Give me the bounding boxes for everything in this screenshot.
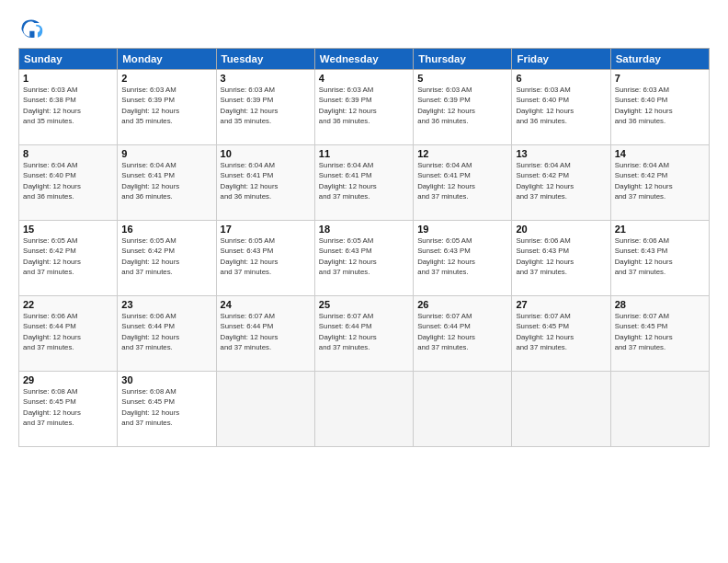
calendar-cell: 5Sunrise: 6:03 AM Sunset: 6:39 PM Daylig… [414, 70, 512, 145]
calendar-cell [512, 372, 610, 447]
day-number: 21 [615, 224, 705, 235]
calendar-week-row: 1Sunrise: 6:03 AM Sunset: 6:38 PM Daylig… [19, 70, 710, 145]
calendar-cell: 28Sunrise: 6:07 AM Sunset: 6:45 PM Dayli… [610, 296, 709, 372]
day-number: 1 [23, 73, 113, 84]
day-number: 27 [516, 299, 606, 310]
day-number: 24 [221, 299, 311, 310]
calendar-week-row: 15Sunrise: 6:05 AM Sunset: 6:42 PM Dayli… [19, 221, 710, 296]
day-number: 20 [516, 224, 606, 235]
calendar-cell: 3Sunrise: 6:03 AM Sunset: 6:39 PM Daylig… [216, 70, 314, 145]
calendar-week-row: 29Sunrise: 6:08 AM Sunset: 6:45 PM Dayli… [19, 372, 710, 447]
calendar-cell: 30Sunrise: 6:08 AM Sunset: 6:45 PM Dayli… [118, 372, 216, 447]
day-info: Sunrise: 6:05 AM Sunset: 6:42 PM Dayligh… [121, 236, 211, 277]
page: SundayMondayTuesdayWednesdayThursdayFrid… [0, 0, 728, 563]
day-number: 23 [121, 299, 211, 310]
day-info: Sunrise: 6:04 AM Sunset: 6:41 PM Dayligh… [319, 160, 409, 201]
col-header-tuesday: Tuesday [216, 49, 314, 70]
calendar-cell: 21Sunrise: 6:06 AM Sunset: 6:43 PM Dayli… [610, 221, 709, 296]
calendar-cell: 4Sunrise: 6:03 AM Sunset: 6:39 PM Daylig… [314, 70, 413, 145]
day-number: 8 [23, 148, 113, 159]
day-info: Sunrise: 6:05 AM Sunset: 6:43 PM Dayligh… [417, 236, 507, 277]
day-number: 4 [319, 73, 409, 84]
day-number: 3 [221, 73, 311, 84]
logo-icon [18, 17, 44, 42]
calendar-header-row: SundayMondayTuesdayWednesdayThursdayFrid… [19, 49, 710, 70]
calendar-cell: 20Sunrise: 6:06 AM Sunset: 6:43 PM Dayli… [512, 221, 610, 296]
calendar-cell: 25Sunrise: 6:07 AM Sunset: 6:44 PM Dayli… [314, 296, 413, 372]
col-header-thursday: Thursday [414, 49, 512, 70]
day-info: Sunrise: 6:07 AM Sunset: 6:45 PM Dayligh… [615, 311, 705, 352]
header [18, 17, 710, 42]
day-number: 6 [516, 73, 606, 84]
calendar-cell [610, 372, 709, 447]
calendar-cell: 27Sunrise: 6:07 AM Sunset: 6:45 PM Dayli… [512, 296, 610, 372]
col-header-sunday: Sunday [19, 49, 118, 70]
day-info: Sunrise: 6:03 AM Sunset: 6:38 PM Dayligh… [23, 85, 113, 126]
day-info: Sunrise: 6:03 AM Sunset: 6:40 PM Dayligh… [615, 85, 705, 126]
day-number: 5 [417, 73, 507, 84]
day-info: Sunrise: 6:05 AM Sunset: 6:43 PM Dayligh… [221, 236, 311, 277]
day-number: 16 [121, 224, 211, 235]
calendar-cell: 6Sunrise: 6:03 AM Sunset: 6:40 PM Daylig… [512, 70, 610, 145]
day-number: 30 [121, 374, 211, 385]
day-info: Sunrise: 6:07 AM Sunset: 6:44 PM Dayligh… [319, 311, 409, 352]
day-number: 2 [121, 73, 211, 84]
calendar-cell: 26Sunrise: 6:07 AM Sunset: 6:44 PM Dayli… [414, 296, 512, 372]
day-info: Sunrise: 6:07 AM Sunset: 6:45 PM Dayligh… [516, 311, 606, 352]
day-info: Sunrise: 6:03 AM Sunset: 6:39 PM Dayligh… [417, 85, 507, 126]
day-info: Sunrise: 6:03 AM Sunset: 6:39 PM Dayligh… [319, 85, 409, 126]
day-number: 9 [121, 148, 211, 159]
calendar-cell: 9Sunrise: 6:04 AM Sunset: 6:41 PM Daylig… [118, 145, 216, 221]
day-info: Sunrise: 6:04 AM Sunset: 6:40 PM Dayligh… [23, 160, 113, 201]
calendar-cell [216, 372, 314, 447]
day-info: Sunrise: 6:04 AM Sunset: 6:42 PM Dayligh… [516, 160, 606, 201]
day-info: Sunrise: 6:05 AM Sunset: 6:43 PM Dayligh… [319, 236, 409, 277]
calendar-cell: 7Sunrise: 6:03 AM Sunset: 6:40 PM Daylig… [610, 70, 709, 145]
day-number: 18 [319, 224, 409, 235]
logo [18, 17, 48, 42]
day-number: 28 [615, 299, 705, 310]
calendar-cell [414, 372, 512, 447]
day-number: 11 [319, 148, 409, 159]
day-number: 29 [23, 374, 113, 385]
col-header-friday: Friday [512, 49, 610, 70]
col-header-monday: Monday [118, 49, 216, 70]
calendar-week-row: 8Sunrise: 6:04 AM Sunset: 6:40 PM Daylig… [19, 145, 710, 221]
day-info: Sunrise: 6:05 AM Sunset: 6:42 PM Dayligh… [23, 236, 113, 277]
calendar-cell: 1Sunrise: 6:03 AM Sunset: 6:38 PM Daylig… [19, 70, 118, 145]
calendar-cell: 11Sunrise: 6:04 AM Sunset: 6:41 PM Dayli… [314, 145, 413, 221]
day-info: Sunrise: 6:07 AM Sunset: 6:44 PM Dayligh… [417, 311, 507, 352]
day-number: 7 [615, 73, 705, 84]
day-info: Sunrise: 6:04 AM Sunset: 6:41 PM Dayligh… [221, 160, 311, 201]
day-number: 15 [23, 224, 113, 235]
calendar-cell: 15Sunrise: 6:05 AM Sunset: 6:42 PM Dayli… [19, 221, 118, 296]
calendar-cell: 13Sunrise: 6:04 AM Sunset: 6:42 PM Dayli… [512, 145, 610, 221]
calendar-cell: 24Sunrise: 6:07 AM Sunset: 6:44 PM Dayli… [216, 296, 314, 372]
day-info: Sunrise: 6:06 AM Sunset: 6:44 PM Dayligh… [121, 311, 211, 352]
day-info: Sunrise: 6:03 AM Sunset: 6:39 PM Dayligh… [121, 85, 211, 126]
day-info: Sunrise: 6:04 AM Sunset: 6:42 PM Dayligh… [615, 160, 705, 201]
day-info: Sunrise: 6:03 AM Sunset: 6:40 PM Dayligh… [516, 85, 606, 126]
day-number: 22 [23, 299, 113, 310]
day-number: 25 [319, 299, 409, 310]
calendar-cell: 12Sunrise: 6:04 AM Sunset: 6:41 PM Dayli… [414, 145, 512, 221]
day-number: 14 [615, 148, 705, 159]
day-info: Sunrise: 6:03 AM Sunset: 6:39 PM Dayligh… [221, 85, 311, 126]
day-number: 10 [221, 148, 311, 159]
calendar-cell: 17Sunrise: 6:05 AM Sunset: 6:43 PM Dayli… [216, 221, 314, 296]
day-info: Sunrise: 6:06 AM Sunset: 6:43 PM Dayligh… [615, 236, 705, 277]
calendar-cell: 2Sunrise: 6:03 AM Sunset: 6:39 PM Daylig… [118, 70, 216, 145]
day-info: Sunrise: 6:08 AM Sunset: 6:45 PM Dayligh… [121, 386, 211, 428]
calendar-cell: 18Sunrise: 6:05 AM Sunset: 6:43 PM Dayli… [314, 221, 413, 296]
calendar-cell: 8Sunrise: 6:04 AM Sunset: 6:40 PM Daylig… [19, 145, 118, 221]
day-number: 12 [417, 148, 507, 159]
col-header-saturday: Saturday [610, 49, 709, 70]
day-number: 19 [417, 224, 507, 235]
calendar-cell [314, 372, 413, 447]
day-info: Sunrise: 6:04 AM Sunset: 6:41 PM Dayligh… [121, 160, 211, 201]
calendar-cell: 29Sunrise: 6:08 AM Sunset: 6:45 PM Dayli… [19, 372, 118, 447]
calendar-cell: 10Sunrise: 6:04 AM Sunset: 6:41 PM Dayli… [216, 145, 314, 221]
calendar-cell: 22Sunrise: 6:06 AM Sunset: 6:44 PM Dayli… [19, 296, 118, 372]
calendar-week-row: 22Sunrise: 6:06 AM Sunset: 6:44 PM Dayli… [19, 296, 710, 372]
day-info: Sunrise: 6:04 AM Sunset: 6:41 PM Dayligh… [417, 160, 507, 201]
